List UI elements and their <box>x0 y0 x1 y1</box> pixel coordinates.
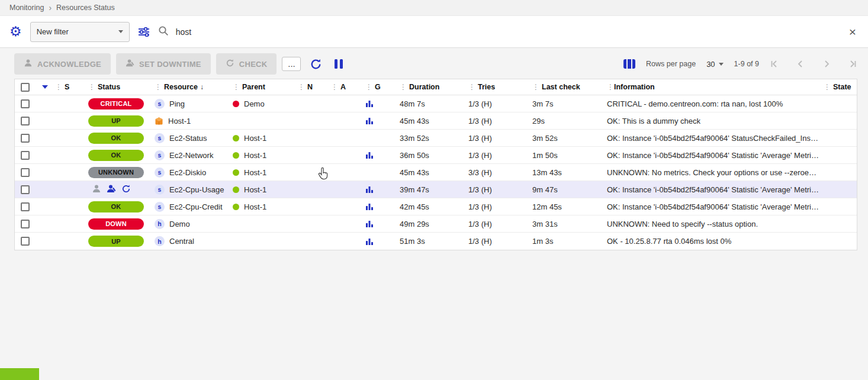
select-all-checkbox[interactable] <box>21 83 30 92</box>
row-checkbox[interactable] <box>21 185 30 194</box>
pause-icon[interactable] <box>331 59 346 69</box>
parent-name[interactable]: Host-1 <box>244 185 266 194</box>
resource-name[interactable]: Ec2-Status <box>169 134 207 143</box>
graph-icon[interactable] <box>365 237 374 246</box>
table-row[interactable]: OK s Ec2-Cpu-Credit Host-1 42m 45s 1/3 (… <box>15 198 857 215</box>
acknowledge-button[interactable]: ACKNOWLEDGE <box>14 53 111 75</box>
first-page-icon[interactable] <box>770 59 779 69</box>
row-checkbox[interactable] <box>21 134 30 143</box>
column-header-last-check[interactable]: Last check <box>542 83 580 91</box>
drag-handle-icon[interactable] <box>88 83 95 91</box>
gear-icon[interactable]: ⚙ <box>9 25 22 38</box>
refresh-icon[interactable] <box>306 58 326 70</box>
breadcrumb-resources-status[interactable]: Resources Status <box>56 4 115 12</box>
sort-desc-icon[interactable] <box>200 83 204 91</box>
information-cell: OK: This is a dummy check <box>603 112 820 130</box>
column-header-duration[interactable]: Duration <box>409 83 439 91</box>
row-checkbox[interactable] <box>21 99 30 108</box>
prev-page-icon[interactable] <box>796 59 805 69</box>
parent-name[interactable]: Host-1 <box>244 168 266 177</box>
column-header-state[interactable]: State <box>833 83 851 91</box>
row-checkbox[interactable] <box>21 237 30 246</box>
parent-cell: Host-1 <box>229 168 294 177</box>
column-header-severity[interactable]: S <box>65 83 69 91</box>
drag-handle-icon[interactable] <box>331 83 338 91</box>
tune-filters-icon[interactable] <box>138 27 150 37</box>
sync-icon <box>121 184 131 195</box>
information-cell: OK: Instance 'i-0b54bd2f54af90064' Stati… <box>603 181 820 198</box>
information-cell: CRITICAL - demo.centreon.com: rta nan, l… <box>603 95 820 112</box>
resource-name[interactable]: Ec2-Diskio <box>169 168 206 177</box>
table-row[interactable]: DOWN h Demo 49m 29s 1/3 (H) 3m 31s UNKNO… <box>15 215 857 233</box>
resource-name[interactable]: Ec2-Network <box>169 151 213 160</box>
status-chip: UNKNOWN <box>88 167 144 178</box>
graph-icon[interactable] <box>365 185 374 194</box>
parent-name[interactable]: Demo <box>244 99 265 108</box>
information-cell: OK: Instance 'i-0b54bd2f54af90064' Stati… <box>603 147 820 164</box>
drag-handle-icon[interactable] <box>607 83 614 91</box>
table-row[interactable]: CRITICAL s Ping Demo 48m 7s 1/3 (H) 3m 7… <box>15 95 857 112</box>
chevron-down-icon <box>719 63 724 66</box>
breadcrumb-monitoring[interactable]: Monitoring <box>9 4 44 12</box>
column-header-status[interactable]: Status <box>98 83 120 91</box>
parent-name[interactable]: Host-1 <box>244 202 266 211</box>
drag-handle-icon[interactable] <box>365 83 372 91</box>
status-cell: UNKNOWN <box>85 167 151 178</box>
clear-search-icon[interactable]: × <box>847 25 859 38</box>
parent-cell: Host-1 <box>229 202 294 211</box>
bottom-left-widget[interactable] <box>0 368 39 380</box>
row-checkbox[interactable] <box>21 202 30 211</box>
downtime-icon <box>126 59 134 69</box>
tries-cell: 1/3 (H) <box>460 134 526 143</box>
table-row[interactable]: OK s Ec2-Status Host-1 33m 52s 1/3 (H) 3… <box>15 130 857 147</box>
drag-handle-icon[interactable] <box>400 83 407 91</box>
resource-name[interactable]: Ping <box>169 99 185 108</box>
drag-handle-icon[interactable] <box>824 83 831 91</box>
graph-icon[interactable] <box>365 220 374 228</box>
table-row[interactable]: s Ec2-Cpu-Usage Host-1 39m 47s 1/3 (H) 9… <box>15 181 857 198</box>
table-row[interactable]: UP Host-1 45m 43s 1/3 (H) 29s OK: This i… <box>15 112 857 130</box>
table-row[interactable]: UNKNOWN s Ec2-Diskio Host-1 45m 43s 3/3 … <box>15 164 857 181</box>
row-checkbox[interactable] <box>21 220 30 228</box>
graph-icon[interactable] <box>365 202 374 211</box>
column-header-tries[interactable]: Tries <box>478 83 495 91</box>
last-page-icon[interactable] <box>848 59 857 69</box>
graph-icon[interactable] <box>365 117 374 125</box>
drag-handle-icon[interactable] <box>468 83 475 91</box>
row-checkbox[interactable] <box>21 168 30 177</box>
drag-handle-icon[interactable] <box>155 83 162 91</box>
column-header-information[interactable]: Information <box>614 83 655 91</box>
row-checkbox[interactable] <box>21 117 30 125</box>
column-header-action[interactable]: A <box>340 83 346 91</box>
resource-name[interactable]: Central <box>169 237 194 246</box>
columns-icon[interactable] <box>623 59 636 69</box>
resource-name[interactable]: Ec2-Cpu-Credit <box>169 202 223 211</box>
more-actions-button[interactable]: ... <box>282 57 301 71</box>
parent-name[interactable]: Host-1 <box>244 134 266 143</box>
search-input[interactable] <box>176 27 838 37</box>
resource-name[interactable]: Ec2-Cpu-Usage <box>169 185 224 194</box>
column-header-resource[interactable]: Resource <box>164 83 198 91</box>
next-page-icon[interactable] <box>822 59 831 69</box>
parent-name[interactable]: Host-1 <box>244 151 266 160</box>
drag-handle-icon[interactable] <box>55 83 62 91</box>
filter-select[interactable]: New filter <box>30 22 130 42</box>
last-check-cell: 9m 47s <box>526 185 603 194</box>
drag-handle-icon[interactable] <box>233 83 240 91</box>
resource-name[interactable]: Host-1 <box>168 117 191 125</box>
drag-handle-icon[interactable] <box>298 83 305 91</box>
drag-handle-icon[interactable] <box>532 83 539 91</box>
rows-per-page-select[interactable]: 30 <box>706 60 723 69</box>
graph-icon[interactable] <box>365 151 374 159</box>
graph-icon[interactable] <box>365 99 374 108</box>
column-header-graph[interactable]: G <box>375 83 381 91</box>
resource-name[interactable]: Demo <box>169 220 190 228</box>
check-button[interactable]: CHECK <box>216 53 277 75</box>
column-header-notes[interactable]: N <box>307 83 313 91</box>
table-row[interactable]: OK s Ec2-Network Host-1 36m 50s 1/3 (H) … <box>15 147 857 164</box>
table-row[interactable]: UP h Central 51m 3s 1/3 (H) 1m 3s OK - 1… <box>15 233 857 250</box>
filter-caret-icon[interactable] <box>42 85 48 89</box>
column-header-parent[interactable]: Parent <box>242 83 265 91</box>
set-downtime-button[interactable]: SET DOWNTIME <box>116 53 211 75</box>
row-checkbox[interactable] <box>21 151 30 160</box>
